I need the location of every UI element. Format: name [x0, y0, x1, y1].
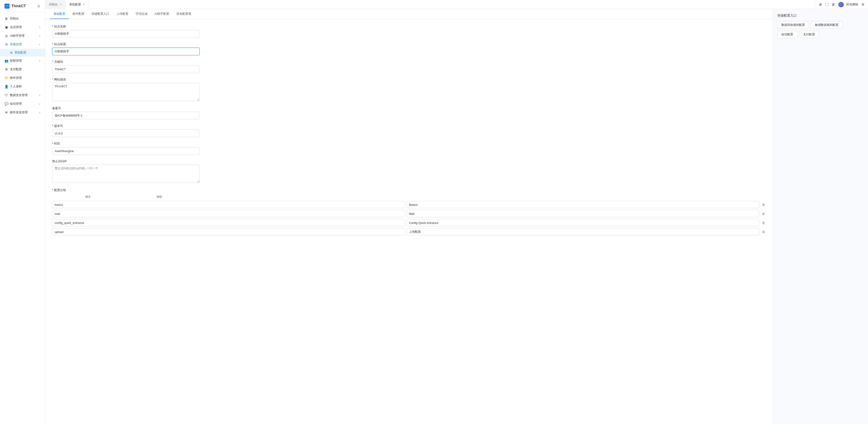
- gear-icon: ⚙: [4, 43, 8, 46]
- config-group-section: * 配置分组 键名 键值 🗑: [52, 188, 766, 235]
- chevron-down-icon: ∨: [39, 34, 40, 37]
- sidebar-item-data-security[interactable]: 🛡 数据安全管理 ∨: [0, 91, 45, 99]
- config-val-input[interactable]: [407, 219, 759, 226]
- user-icon: 👤: [4, 85, 8, 88]
- config-row: 🗑: [52, 210, 766, 217]
- expand-icon[interactable]: ⛶: [825, 2, 829, 6]
- sms-config-button[interactable]: 短信配置: [777, 31, 797, 38]
- sidebar-item-label: 数据安全管理: [10, 93, 37, 97]
- sub-tab-add-config[interactable]: 添加配置项: [173, 9, 195, 19]
- config-val-input[interactable]: [407, 201, 759, 208]
- sidebar-item-label: AI助手管理: [10, 34, 37, 38]
- keywords-label: * 关键词: [52, 60, 766, 64]
- keywords-input[interactable]: [52, 65, 199, 73]
- sub-tab-quick-config[interactable]: 快捷配置入口: [88, 9, 113, 19]
- config-key-input[interactable]: [52, 201, 405, 208]
- version-group: * 版本号: [52, 124, 766, 137]
- site-name-input[interactable]: [52, 30, 199, 38]
- close-icon[interactable]: ✕: [60, 3, 62, 6]
- sidebar-item-label: 个人资料: [10, 85, 40, 89]
- chevron-down-icon: ∨: [39, 102, 40, 105]
- config-key-input[interactable]: [52, 219, 405, 226]
- config-val-input[interactable]: [407, 210, 759, 217]
- delete-row-button[interactable]: 🗑: [761, 229, 766, 234]
- chevron-down-icon: ∨: [39, 59, 40, 62]
- sidebar-item-system-config[interactable]: ⚙ 系统配置: [0, 49, 45, 57]
- timezone-group: * 时区: [52, 142, 766, 155]
- main-area: 控制台 ✕ 系统配置 ✕ 🖥 ⛶ 🗑 🌐 时光网络 ⚙ 基础配置 邮件配置: [45, 0, 868, 424]
- tab-dashboard[interactable]: 控制台 ✕: [45, 0, 65, 9]
- config-table-header: 键名 键值: [52, 194, 202, 200]
- sidebar-item-dashboard[interactable]: ⊞ 控制台: [0, 14, 45, 23]
- version-input[interactable]: [52, 129, 199, 137]
- payment-config-button[interactable]: 支付配置: [799, 31, 819, 38]
- banned-ip-label: 禁止访问IP: [52, 159, 766, 163]
- delete-icon[interactable]: 🗑: [832, 2, 835, 6]
- sub-tab-basic-config[interactable]: 基础配置: [50, 9, 69, 19]
- sidebar-item-label: 常规管理: [10, 42, 37, 46]
- sidebar-item-attachment[interactable]: 📁 附件管理: [0, 74, 45, 82]
- sub-tab-ai-config[interactable]: AI助手配置: [151, 9, 173, 19]
- site-title-input[interactable]: [52, 47, 199, 55]
- timezone-label: * 时区: [52, 142, 766, 146]
- shield-icon: 🛡: [4, 93, 8, 97]
- sms-icon: 💬: [4, 102, 8, 106]
- sub-tab-upload-config[interactable]: 上传配置: [113, 9, 132, 19]
- menu-toggle-button[interactable]: ☰: [37, 4, 40, 8]
- right-panel: 快捷配置入口 数据回收规则配置 敏感数据规则配置 短信配置 支付配置: [773, 9, 868, 424]
- config-key-input[interactable]: [52, 210, 405, 217]
- sidebar-submenu: ⚙ 系统配置: [0, 49, 45, 57]
- sub-tabs: 基础配置 邮件配置 快捷配置入口 上传配置 字词过滤 AI助手配置 添加配置项: [45, 9, 773, 19]
- svg-text:CT: CT: [6, 5, 9, 7]
- site-title-group: * 站点标题: [52, 42, 766, 55]
- site-desc-label: * 网站描述: [52, 77, 766, 81]
- user-name: 时光网络: [846, 2, 858, 7]
- delete-row-button[interactable]: 🗑: [761, 202, 766, 207]
- site-desc-textarea[interactable]: ThinkCT: [52, 83, 199, 101]
- member-icon: ▣: [4, 25, 8, 29]
- sidebar-item-ai-assistant[interactable]: ◎ AI助手管理 ∨: [0, 32, 45, 40]
- sidebar-item-permission[interactable]: 👥 权限管理 ∨: [0, 57, 45, 65]
- banned-ip-group: 禁止访问IP: [52, 159, 766, 184]
- site-desc-group: * 网站描述 ThinkCT: [52, 77, 766, 102]
- sidebar-item-member[interactable]: ▣ 会员管理 ∨: [0, 23, 45, 32]
- sidebar-item-profile[interactable]: 👤 个人资料: [0, 82, 45, 91]
- sidebar-item-label: 附件管理: [10, 76, 40, 80]
- keywords-group: * 关键词: [52, 60, 766, 73]
- tab-system-config[interactable]: 系统配置 ✕: [65, 0, 89, 9]
- tab-label: 系统配置: [69, 2, 81, 7]
- sidebar-item-sms[interactable]: 💬 短信管理 ∨: [0, 99, 45, 108]
- tab-label: 控制台: [49, 2, 58, 7]
- config-key-input[interactable]: [52, 228, 405, 235]
- config-row: 🗑: [52, 201, 766, 208]
- banned-ip-textarea[interactable]: [52, 165, 199, 183]
- user-area[interactable]: 🌐 时光网络: [838, 2, 858, 7]
- col-val-header: 键值: [124, 195, 195, 199]
- site-name-group: * 站点名称: [52, 25, 766, 38]
- monitor-icon[interactable]: 🖥: [818, 2, 822, 6]
- sidebar-item-label: 邮件发送管理: [10, 110, 37, 115]
- avatar: 🌐: [838, 2, 844, 7]
- delete-row-button[interactable]: 🗑: [761, 211, 766, 217]
- sub-tab-email-config[interactable]: 邮件配置: [69, 9, 88, 19]
- chevron-down-icon: ∨: [39, 94, 40, 97]
- icp-input[interactable]: [52, 112, 199, 120]
- close-icon[interactable]: ✕: [83, 3, 85, 6]
- site-title-label: * 站点标题: [52, 42, 766, 46]
- settings-icon[interactable]: ⚙: [861, 2, 864, 7]
- version-label: * 版本号: [52, 124, 766, 128]
- sidebar-item-general[interactable]: ⚙ 常规管理 ∧: [0, 40, 45, 49]
- sub-tab-word-filter[interactable]: 字词过滤: [132, 9, 151, 19]
- delete-row-button[interactable]: 🗑: [761, 220, 766, 226]
- data-collection-button[interactable]: 数据回收规则配置: [777, 21, 809, 29]
- sidebar-menu: ⊞ 控制台 ▣ 会员管理 ∨ ◎ AI助手管理 ∨ ⚙ 常规管理 ∧ ⚙ 系统配…: [0, 12, 45, 119]
- timezone-input[interactable]: [52, 147, 199, 155]
- logo-icon: CT: [4, 4, 9, 9]
- sidebar-item-email[interactable]: ✉ 邮件发送管理 ∨: [0, 108, 45, 117]
- sidebar-item-label: 支付配置: [10, 67, 40, 71]
- icp-label: 备案号: [52, 106, 766, 110]
- dashboard-icon: ⊞: [4, 17, 8, 21]
- config-val-input[interactable]: [407, 228, 759, 235]
- sensitive-data-button[interactable]: 敏感数据规则配置: [811, 21, 842, 29]
- sidebar-item-payment[interactable]: ⚙ 支付配置: [0, 65, 45, 74]
